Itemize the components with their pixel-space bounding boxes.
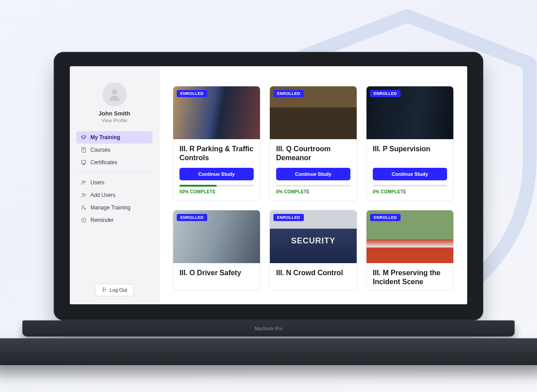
course-card[interactable]: ENROLLED III. M Preserving the Incident … xyxy=(366,210,454,290)
course-title: III. P Supervision xyxy=(373,145,447,162)
course-card[interactable]: ENROLLED III. P Supervision Continue Stu… xyxy=(366,86,454,201)
course-card[interactable]: ENROLLED III. Q Courtroom Demeanor Conti… xyxy=(269,86,357,201)
progress-bar xyxy=(373,185,447,187)
svg-point-3 xyxy=(82,181,84,183)
course-card-body: III. N Crowd Control xyxy=(270,263,357,281)
sidebar-item-my-training[interactable]: My Training xyxy=(76,131,153,144)
course-card-body: III. R Parking & Traffic Controls Contin… xyxy=(173,139,260,200)
enrolled-badge: ENROLLED xyxy=(177,214,207,221)
sidebar-item-label: Reminder xyxy=(90,217,114,223)
svg-point-0 xyxy=(112,89,117,94)
progress-fill xyxy=(179,185,217,187)
course-thumbnail: ENROLLED xyxy=(173,86,260,139)
logout-label: Log Out xyxy=(110,287,127,293)
enrolled-badge: ENROLLED xyxy=(177,90,207,97)
settings-user-icon xyxy=(81,205,87,211)
sidebar: John Smith View Profile My Training Cour… xyxy=(70,66,159,304)
user-plus-icon xyxy=(81,192,87,198)
enrolled-badge: ENROLLED xyxy=(370,214,401,221)
course-card-body: III. O Driver Safety xyxy=(173,263,260,281)
laptop-base xyxy=(0,338,537,365)
course-title: III. M Preserving the Incident Scene xyxy=(373,268,447,286)
laptop-bezel: John Smith View Profile My Training Cour… xyxy=(54,52,483,320)
course-card[interactable]: ENROLLED III. N Crowd Control xyxy=(269,210,357,290)
course-thumbnail: ENROLLED xyxy=(367,86,453,139)
logout-button[interactable]: Log Out xyxy=(95,284,134,296)
continue-study-button[interactable]: Continue Study xyxy=(373,168,447,180)
sidebar-item-add-users[interactable]: Add Users xyxy=(76,189,153,201)
course-title: III. R Parking & Traffic Controls xyxy=(179,145,254,162)
svg-point-5 xyxy=(82,193,84,195)
svg-point-7 xyxy=(84,208,86,210)
svg-point-6 xyxy=(82,206,84,208)
clock-icon xyxy=(81,217,87,223)
course-card-body: III. P Supervision Continue Study 0% COM… xyxy=(367,139,453,200)
progress-text: 50% COMPLETE xyxy=(179,189,254,194)
sidebar-item-certificates[interactable]: Certificates xyxy=(76,156,153,169)
sidebar-item-label: Users xyxy=(90,179,104,186)
sidebar-item-label: Manage Training xyxy=(90,205,130,211)
sidebar-item-reminder[interactable]: Reminder xyxy=(76,214,153,226)
view-profile-link[interactable]: View Profile xyxy=(76,118,153,123)
app-screen: John Smith View Profile My Training Cour… xyxy=(70,66,467,304)
sidebar-item-label: Add Users xyxy=(90,192,115,198)
enrolled-badge: ENROLLED xyxy=(273,214,304,221)
enrolled-badge: ENROLLED xyxy=(273,90,304,97)
course-thumbnail: ENROLLED xyxy=(367,210,453,263)
course-thumbnail: ENROLLED xyxy=(173,210,260,263)
svg-rect-1 xyxy=(82,148,85,153)
sidebar-item-label: Certificates xyxy=(90,159,117,166)
progress-bar xyxy=(179,185,254,187)
course-card-body: III. Q Courtroom Demeanor Continue Study… xyxy=(270,139,357,200)
sidebar-item-label: My Training xyxy=(90,134,120,141)
course-title: III. Q Courtroom Demeanor xyxy=(276,145,350,162)
course-grid: ENROLLED III. R Parking & Traffic Contro… xyxy=(173,86,454,290)
svg-point-4 xyxy=(84,181,85,183)
certificate-icon xyxy=(81,159,87,166)
course-thumbnail: ENROLLED xyxy=(270,86,357,139)
sidebar-divider xyxy=(78,172,151,173)
book-icon xyxy=(81,147,87,153)
progress-bar xyxy=(276,185,350,187)
user-name: John Smith xyxy=(76,110,153,117)
sidebar-nav-admin: Users Add Users Manage Training Reminder xyxy=(76,176,153,226)
laptop-mockup: John Smith View Profile My Training Cour… xyxy=(54,52,483,365)
progress-text: 0% COMPLETE xyxy=(373,189,447,194)
course-title: III. O Driver Safety xyxy=(179,268,254,277)
laptop-brand: Macbook Pro xyxy=(255,326,282,331)
continue-study-button[interactable]: Continue Study xyxy=(179,168,254,180)
enrolled-badge: ENROLLED xyxy=(370,90,401,97)
sidebar-item-users[interactable]: Users xyxy=(76,176,153,189)
graduation-cap-icon xyxy=(81,134,87,141)
users-icon xyxy=(81,179,87,186)
svg-rect-2 xyxy=(81,160,85,163)
sidebar-nav: My Training Courses Certificates xyxy=(76,131,153,169)
course-card-body: III. M Preserving the Incident Scene xyxy=(367,263,453,290)
course-title: III. N Crowd Control xyxy=(276,268,350,277)
logout-icon xyxy=(102,287,107,293)
avatar[interactable] xyxy=(102,82,127,107)
main-content: ENROLLED III. R Parking & Traffic Contro… xyxy=(159,66,467,304)
progress-text: 0% COMPLETE xyxy=(276,189,350,194)
course-card[interactable]: ENROLLED III. R Parking & Traffic Contro… xyxy=(173,86,260,201)
course-card[interactable]: ENROLLED III. O Driver Safety xyxy=(173,210,260,290)
course-thumbnail: ENROLLED xyxy=(270,210,357,263)
sidebar-item-courses[interactable]: Courses xyxy=(76,144,153,156)
continue-study-button[interactable]: Continue Study xyxy=(276,168,350,180)
laptop-hinge: Macbook Pro xyxy=(22,320,515,337)
sidebar-item-label: Courses xyxy=(90,147,111,153)
sidebar-item-manage-training[interactable]: Manage Training xyxy=(76,201,153,214)
